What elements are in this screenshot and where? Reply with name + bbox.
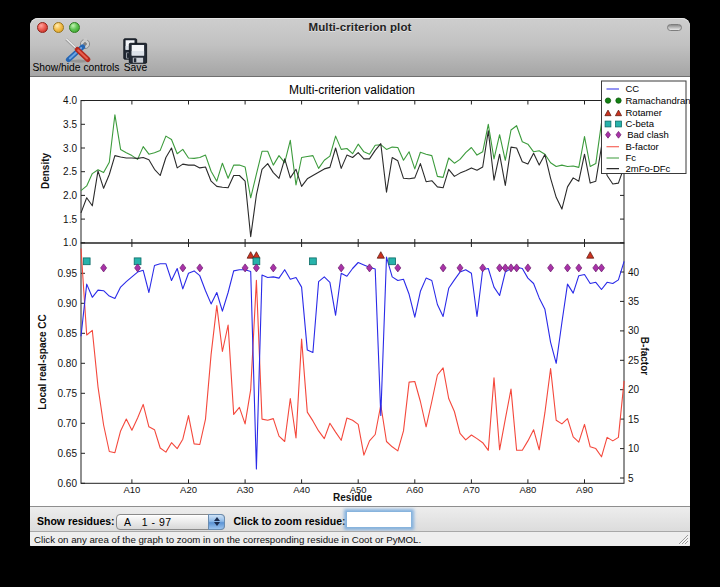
svg-text:0.85: 0.85 [58, 328, 78, 339]
svg-text:2.5: 2.5 [63, 166, 77, 177]
svg-text:A10: A10 [123, 484, 140, 495]
svg-text:40: 40 [628, 267, 640, 278]
svg-text:A20: A20 [180, 484, 197, 495]
svg-text:B-factor: B-factor [626, 141, 659, 152]
svg-text:0.95: 0.95 [58, 268, 78, 279]
svg-text:A70: A70 [463, 484, 480, 495]
svg-text:3.0: 3.0 [63, 143, 77, 154]
svg-text:10: 10 [628, 443, 640, 454]
svg-text:30: 30 [628, 325, 640, 336]
svg-text:Rotamer: Rotamer [626, 107, 662, 118]
svg-text:Residue: Residue [333, 492, 372, 503]
svg-text:B-factor: B-factor [639, 337, 650, 375]
svg-text:Density: Density [40, 153, 51, 190]
svg-text:3.5: 3.5 [63, 119, 77, 130]
svg-text:C-beta: C-beta [626, 118, 655, 129]
svg-text:A90: A90 [576, 484, 593, 495]
svg-text:35: 35 [628, 296, 640, 307]
svg-text:2mFo-DFc: 2mFo-DFc [626, 163, 671, 174]
svg-text:25: 25 [628, 355, 640, 366]
svg-text:A60: A60 [406, 484, 423, 495]
svg-text:Local real-space CC: Local real-space CC [37, 314, 48, 410]
svg-text:15: 15 [628, 414, 640, 425]
svg-text:20: 20 [628, 384, 640, 395]
svg-text:5: 5 [628, 473, 634, 484]
svg-text:Fc: Fc [626, 152, 637, 163]
svg-text:A80: A80 [519, 484, 536, 495]
svg-text:Multi-criterion validation: Multi-criterion validation [289, 83, 415, 97]
svg-text:CC: CC [626, 83, 640, 94]
svg-text:A30: A30 [237, 484, 254, 495]
svg-text:1.5: 1.5 [63, 214, 77, 225]
svg-text:0.75: 0.75 [58, 388, 78, 399]
svg-text:Bad clash: Bad clash [627, 129, 669, 140]
svg-text:2.0: 2.0 [63, 190, 77, 201]
svg-text:0.90: 0.90 [58, 298, 78, 309]
svg-text:A40: A40 [293, 484, 310, 495]
svg-text:0.65: 0.65 [58, 448, 78, 459]
svg-text:1.0: 1.0 [63, 237, 77, 248]
svg-text:0.60: 0.60 [58, 478, 78, 489]
svg-text:0.70: 0.70 [58, 418, 78, 429]
svg-text:4.0: 4.0 [63, 95, 77, 106]
svg-text:0.80: 0.80 [58, 358, 78, 369]
svg-text:Ramachandran: Ramachandran [626, 95, 691, 106]
